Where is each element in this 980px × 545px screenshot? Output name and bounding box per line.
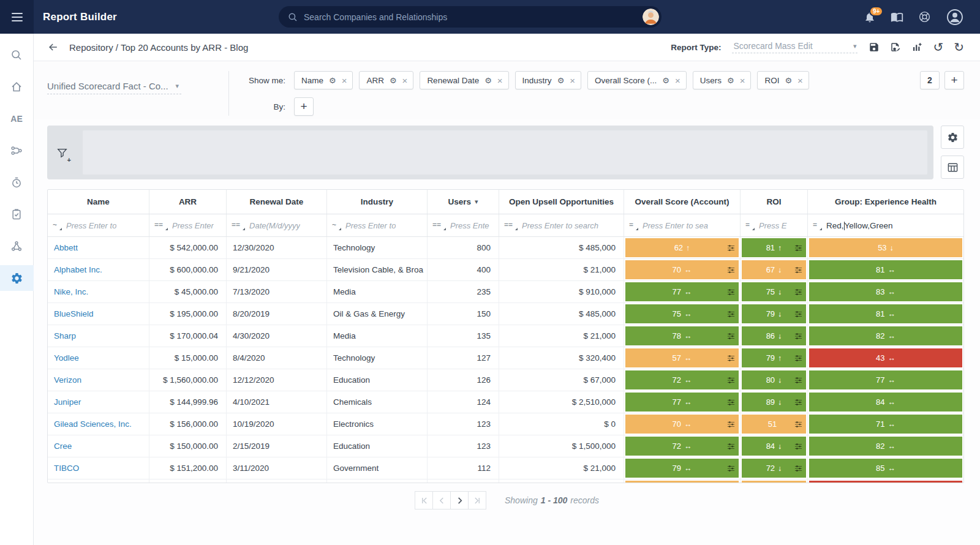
filter-operator[interactable]: ~ (332, 220, 341, 230)
score-cell[interactable]: 62↑ (625, 238, 739, 257)
search-avatar[interactable] (643, 9, 659, 25)
source-object-select[interactable]: Unified Scorecard Fact - Co... ▾ (47, 81, 181, 94)
filter-operator[interactable]: = (745, 220, 755, 230)
filter-operator[interactable]: == (232, 220, 245, 230)
score-cell[interactable]: 81↔ (809, 260, 962, 279)
score-history-icon[interactable] (727, 310, 735, 318)
field-chip-renewal-date[interactable]: Renewal Date⚙× (420, 71, 508, 89)
filter-cell-renewal-date[interactable]: ==Date(M/d/yyyy (227, 214, 327, 236)
chip-remove-icon[interactable]: × (570, 76, 575, 85)
score-cell[interactable]: 72↔ (625, 370, 739, 389)
filter-cell-overall-score-account[interactable]: =Press Enter to sea (624, 214, 741, 236)
score-cell[interactable]: 79↑ (742, 348, 806, 367)
score-history-icon[interactable] (794, 354, 802, 362)
sidebar-item-settings[interactable] (0, 265, 34, 291)
score-history-icon[interactable] (727, 376, 735, 384)
score-cell[interactable]: 82↔ (809, 326, 962, 345)
user-avatar[interactable] (946, 8, 964, 26)
chip-settings-icon[interactable]: ⚙ (662, 77, 669, 85)
pagination-last-button[interactable] (468, 491, 486, 509)
pagination-first-button[interactable] (415, 491, 433, 509)
redo-icon[interactable]: ↻ (954, 41, 964, 53)
filter-operator[interactable]: = (629, 220, 638, 230)
score-history-icon[interactable] (794, 332, 802, 340)
sidebar-item-tasks[interactable] (0, 201, 34, 227)
score-history-icon[interactable] (794, 464, 802, 472)
sidebar-item-ae[interactable]: AE (0, 106, 34, 132)
filter-drop-area[interactable]: + (47, 126, 933, 179)
score-cell[interactable]: 77↔ (625, 393, 739, 412)
column-header-overall-score-account[interactable]: Overall Score (Account) (624, 190, 741, 214)
score-cell[interactable]: 85↔ (809, 459, 962, 478)
score-cell[interactable]: 77↔ (625, 282, 739, 301)
chip-remove-icon[interactable]: × (740, 76, 745, 85)
score-history-icon[interactable] (727, 266, 735, 274)
more-fields-count[interactable]: 2 (920, 71, 940, 89)
chip-remove-icon[interactable]: × (675, 76, 680, 85)
score-cell[interactable]: 51 (742, 415, 806, 434)
sidebar-item-timeline[interactable] (0, 170, 34, 195)
filter-canvas[interactable] (83, 130, 927, 175)
score-cell[interactable]: 57↔ (625, 348, 739, 367)
score-history-icon[interactable] (727, 442, 735, 450)
score-cell[interactable]: 71↔ (809, 415, 962, 434)
company-link[interactable]: Yodlee (54, 353, 79, 363)
score-history-icon[interactable] (727, 244, 735, 252)
company-link[interactable]: Juniper (54, 397, 81, 407)
field-chip-arr[interactable]: ARR⚙× (359, 71, 413, 89)
add-chart-button[interactable] (911, 42, 922, 53)
breadcrumb[interactable]: Repository / Top 20 Accounts by ARR - Bl… (69, 42, 248, 53)
report-type-select[interactable]: Scorecard Mass Edit ▾ (732, 41, 858, 53)
score-cell[interactable]: 43↔ (809, 348, 962, 367)
score-history-icon[interactable] (727, 354, 735, 362)
company-link[interactable]: Verizon (54, 375, 81, 385)
pagination-next-button[interactable] (450, 491, 469, 509)
help-lifebuoy-icon[interactable] (918, 10, 931, 23)
score-cell[interactable]: 83↔ (809, 282, 962, 301)
score-history-icon[interactable] (794, 288, 802, 296)
sort-caret-icon[interactable]: ▾ (475, 198, 478, 206)
add-filter-icon[interactable]: + (47, 126, 77, 179)
score-history-icon[interactable] (727, 288, 735, 296)
score-cell[interactable]: 75↔ (625, 304, 739, 323)
score-history-icon[interactable] (727, 398, 735, 406)
score-cell[interactable]: 70↔ (625, 415, 739, 434)
global-search-input[interactable]: Search Companies and Relationships (279, 6, 662, 28)
filter-cell-open-upsell-opportunities[interactable]: ==Press Enter to search (499, 214, 624, 236)
field-chip-overall-score[interactable]: Overall Score (...⚙× (587, 71, 687, 89)
field-chip-industry[interactable]: Industry⚙× (515, 71, 581, 89)
company-link[interactable]: Abbett (54, 243, 78, 252)
chip-settings-icon[interactable]: ⚙ (329, 77, 336, 85)
filter-cell-industry[interactable]: ~Press Enter to (327, 214, 428, 236)
score-history-icon[interactable] (794, 398, 802, 406)
undo-icon[interactable]: ↺ (933, 41, 943, 53)
table-settings-button[interactable] (941, 126, 964, 149)
filter-operator[interactable]: ~ (53, 220, 62, 230)
sidebar-item-share[interactable] (0, 233, 34, 259)
company-link[interactable]: Gilead Sciences, Inc. (54, 419, 132, 429)
table-view-button[interactable] (941, 156, 964, 179)
field-chip-name[interactable]: Name⚙× (294, 71, 353, 89)
score-cell[interactable]: 79↓ (742, 304, 806, 323)
notifications-bell-icon[interactable]: 9+ (864, 11, 876, 23)
company-link[interactable]: Alphabet Inc. (54, 265, 102, 274)
add-field-button[interactable]: + (944, 71, 964, 89)
save-button[interactable] (869, 42, 880, 53)
score-history-icon[interactable] (794, 420, 802, 428)
score-cell[interactable]: 89↓ (742, 393, 806, 412)
company-link[interactable]: BlueShield (54, 309, 94, 318)
filter-operator[interactable]: == (504, 220, 518, 230)
score-cell[interactable]: 75↓ (742, 282, 806, 301)
column-header-group-experience-health[interactable]: Group: Experience Health (808, 190, 963, 214)
score-cell[interactable]: 70↔ (625, 260, 739, 279)
score-cell[interactable]: 72↔ (625, 437, 739, 456)
field-chip-roi[interactable]: ROI⚙× (757, 71, 809, 89)
company-link[interactable]: TIBCO (54, 464, 79, 473)
score-history-icon[interactable] (794, 310, 802, 318)
score-cell[interactable]: 84↓ (742, 437, 806, 456)
column-header-open-upsell-opportunities[interactable]: Open Upsell Opportunities (499, 190, 624, 214)
filter-operator[interactable]: == (154, 220, 168, 230)
score-history-icon[interactable] (727, 464, 735, 472)
score-cell[interactable]: 81↑ (742, 238, 806, 257)
score-cell[interactable]: 81↔ (809, 304, 962, 323)
